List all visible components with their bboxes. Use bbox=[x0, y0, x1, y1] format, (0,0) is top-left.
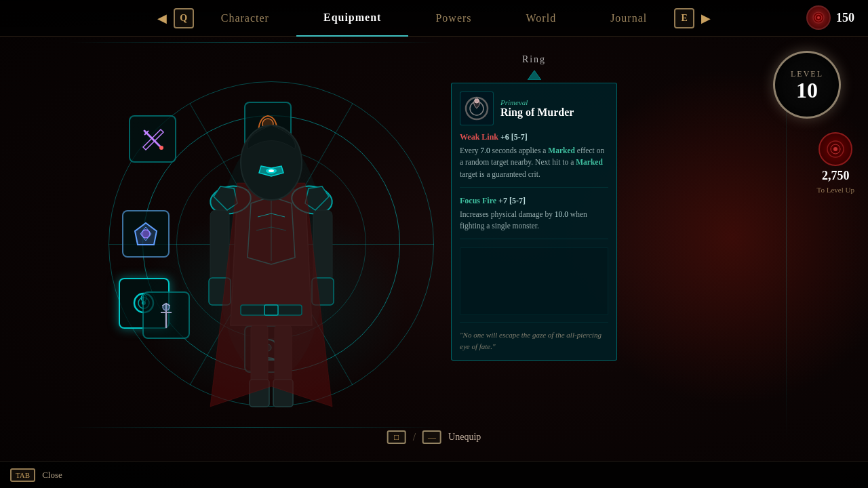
nav-key-e[interactable]: E bbox=[674, 8, 694, 28]
item-title-group: Primeval Ring of Murder bbox=[500, 98, 574, 119]
nav-items: Character Equipment Powers World Journal bbox=[194, 0, 674, 37]
nav-arrow-right: ▶ bbox=[701, 11, 711, 26]
item-slot-label: Ring bbox=[451, 54, 617, 65]
nav-arrow-left: ◀ bbox=[157, 11, 167, 26]
unequip-label: Unequip bbox=[448, 432, 481, 443]
level-panel: Level 10 bbox=[773, 51, 841, 119]
item-visual-area bbox=[460, 247, 608, 315]
level-number: 10 bbox=[796, 79, 818, 101]
nav-key-group-left: ◀ Q bbox=[155, 8, 194, 28]
nav-item-journal[interactable]: Journal bbox=[583, 0, 674, 37]
top-navigation: ◀ Q Character Equipment Powers World Jou… bbox=[0, 0, 868, 37]
stat-focus-fire-name: Focus Fire +7 [5-7] bbox=[460, 196, 608, 206]
stat-weak-link-name: Weak Link +6 [5-7] bbox=[460, 132, 608, 142]
nav-key-q[interactable]: Q bbox=[174, 8, 194, 28]
item-card: Primeval Ring of Murder Weak Link +6 [5-… bbox=[451, 83, 617, 361]
item-panel: Ring Primeval Ring of Murder bbox=[451, 54, 617, 361]
action-key-equip[interactable]: □ bbox=[387, 430, 406, 444]
svg-marker-38 bbox=[528, 70, 541, 80]
item-rarity: Primeval bbox=[500, 98, 574, 106]
currency-display: 150 bbox=[806, 5, 854, 30]
xp-icon bbox=[818, 132, 852, 166]
close-label[interactable]: Close bbox=[42, 470, 62, 481]
currency-icon bbox=[806, 5, 831, 30]
close-bar: TAB Close bbox=[0, 461, 868, 488]
action-key-alt[interactable]: — bbox=[422, 430, 441, 444]
svg-rect-37 bbox=[264, 305, 278, 315]
svg-point-35 bbox=[269, 169, 274, 172]
xp-panel: 2,750 To Level Up bbox=[817, 132, 854, 194]
tab-key[interactable]: TAB bbox=[10, 468, 35, 482]
xp-label: To Level Up bbox=[817, 186, 854, 194]
nav-key-group-right: E ▶ bbox=[674, 8, 713, 28]
item-header: Primeval Ring of Murder bbox=[460, 92, 608, 125]
character-figure bbox=[156, 61, 387, 447]
item-icon bbox=[460, 92, 494, 125]
level-circle: Level 10 bbox=[773, 51, 841, 119]
svg-point-2 bbox=[817, 16, 820, 19]
nav-item-powers[interactable]: Powers bbox=[408, 0, 498, 37]
stat-weak-link-desc: Every 7.0 seconds applies a Marked effec… bbox=[460, 145, 608, 180]
nav-item-equipment[interactable]: Equipment bbox=[296, 0, 408, 37]
currency-amount: 150 bbox=[836, 11, 854, 25]
character-area bbox=[68, 41, 509, 474]
xp-amount: 2,750 bbox=[822, 169, 850, 183]
nav-item-world[interactable]: World bbox=[499, 0, 584, 37]
stat-weak-link: Weak Link +6 [5-7] Every 7.0 seconds app… bbox=[460, 132, 608, 188]
item-name: Ring of Murder bbox=[500, 106, 574, 119]
item-flavor-text: "No one will escape the gaze of the all-… bbox=[460, 322, 608, 352]
stat-focus-fire: Focus Fire +7 [5-7] Increases physical d… bbox=[460, 196, 608, 240]
stat-focus-fire-desc: Increases physical damage by 10.0 when f… bbox=[460, 209, 608, 232]
svg-point-41 bbox=[475, 99, 479, 103]
nav-item-character[interactable]: Character bbox=[194, 0, 296, 37]
svg-point-5 bbox=[833, 147, 837, 151]
action-bar: □ / — Unequip bbox=[387, 430, 481, 444]
